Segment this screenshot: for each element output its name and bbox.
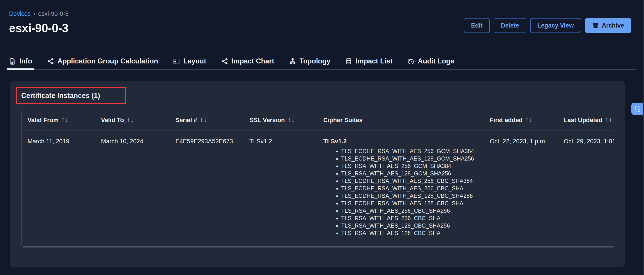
column-label: Valid From xyxy=(28,117,59,124)
cipher-suite-item: TLS_ECDHE_RSA_WITH_AES_128_GCM_SHA256 xyxy=(341,155,490,162)
column-header-last-updated[interactable]: Last Updated ↑↓ xyxy=(564,117,614,124)
sort-icon[interactable]: ↑↓ xyxy=(199,117,207,123)
table-row: March 11, 2019 March 10, 2024 E4E59E293A… xyxy=(22,130,614,248)
tab-label: Topology xyxy=(300,57,330,65)
tab-label: Audit Logs xyxy=(418,57,454,65)
column-header-valid-from[interactable]: Valid From ↑↓ xyxy=(22,117,101,124)
tab-topology[interactable]: Topology xyxy=(289,54,330,69)
cipher-suite-item: TLS_RSA_WITH_AES_256_GCM_SHA384 xyxy=(341,162,490,170)
action-buttons: Edit Delete Legacy View Archive xyxy=(464,18,631,33)
annotation-highlight: Certificate Instances (1) xyxy=(16,87,126,104)
edit-button[interactable]: Edit xyxy=(464,18,490,33)
cell-last-updated: Oct. 29, 2023, 1:01 xyxy=(564,138,614,145)
cipher-suite-item: TLS_RSA_WITH_AES_128_GCM_SHA256 xyxy=(341,170,490,177)
tab-label: Info xyxy=(20,57,32,65)
certificate-instances-table: Valid From ↑↓ Valid To ↑↓ Serial # ↑↓ SS… xyxy=(22,110,614,248)
column-label: First added xyxy=(490,117,523,124)
page-title: esxi-90-0-3 xyxy=(9,21,68,35)
table-list-icon xyxy=(345,58,352,65)
cipher-suite-item: TLS_ECDHE_RSA_WITH_AES_128_CBC_SHA xyxy=(341,200,490,207)
device-detail-page: { "colors": { "page_bg": "#11182a", "car… xyxy=(0,0,644,275)
sort-icon[interactable]: ↑↓ xyxy=(525,117,532,123)
column-label: SSL Version xyxy=(250,117,285,124)
column-header-ssl-version[interactable]: SSL Version ↑↓ xyxy=(250,117,323,124)
column-header-cipher-suites: Cipher Suites xyxy=(323,117,490,124)
tab-label: Layout xyxy=(183,57,206,65)
sort-icon[interactable]: ↑↓ xyxy=(126,117,134,123)
sort-icon[interactable]: ↑↓ xyxy=(61,117,68,123)
tab-application-group-calculation[interactable]: Application Group Calculation xyxy=(47,54,158,69)
tab-label: Impact Chart xyxy=(232,57,274,65)
breadcrumb-current: esxi-90-0-3 xyxy=(38,11,68,17)
archive-button[interactable]: Archive xyxy=(585,18,631,33)
cell-ssl-version: TLSv1.2 xyxy=(250,138,323,145)
column-header-serial[interactable]: Serial # ↑↓ xyxy=(176,117,250,124)
sort-icon[interactable]: ↑↓ xyxy=(604,117,612,123)
cipher-suite-item: TLS_RSA_WITH_AES_128_CBC_SHA256 xyxy=(341,222,490,229)
archive-icon xyxy=(592,22,599,29)
cipher-suite-item: TLS_ECDHE_RSA_WITH_AES_256_CBC_SHA384 xyxy=(341,177,490,185)
certificate-instances-card: Certificate Instances (1) Valid From ↑↓ … xyxy=(10,81,625,267)
breadcrumb: Devices › esxi-90-0-3 xyxy=(9,11,68,17)
tab-label: Application Group Calculation xyxy=(58,57,158,65)
breadcrumb-devices-link[interactable]: Devices xyxy=(9,11,31,17)
horizontal-scrollbar[interactable] xyxy=(22,246,613,247)
cell-cipher-suites: TLSv1.2 TLS_ECDHE_RSA_WITH_AES_256_GCM_S… xyxy=(323,138,490,237)
legacy-view-button[interactable]: Legacy View xyxy=(530,18,581,33)
tree-view-button[interactable] xyxy=(631,103,644,115)
cipher-suite-item: TLS_RSA_WITH_AES_256_CBC_SHA256 xyxy=(341,207,490,214)
tab-label: Impact List xyxy=(356,57,392,65)
cipher-suite-item: TLS_ECDHE_RSA_WITH_AES_256_GCM_SHA384 xyxy=(341,147,490,155)
breadcrumb-separator: › xyxy=(33,11,36,17)
tab-impact-chart[interactable]: Impact Chart xyxy=(221,54,274,69)
tab-impact-list[interactable]: Impact List xyxy=(345,54,392,69)
tab-info[interactable]: Info xyxy=(9,54,32,69)
history-icon xyxy=(408,58,414,65)
cell-valid-from: March 11, 2019 xyxy=(22,138,101,145)
cipher-suite-item: TLS_ECDHE_RSA_WITH_AES_256_CBC_SHA xyxy=(341,185,490,192)
cipher-suite-item: TLS_RSA_WITH_AES_256_CBC_SHA xyxy=(341,214,490,222)
table-header-row: Valid From ↑↓ Valid To ↑↓ Serial # ↑↓ SS… xyxy=(22,110,614,130)
share-nodes-icon xyxy=(221,58,228,65)
column-label: Cipher Suites xyxy=(323,117,362,124)
list-tree-icon xyxy=(634,105,641,112)
archive-button-label: Archive xyxy=(602,22,624,29)
sitemap-icon xyxy=(289,58,296,65)
section-title: Certificate Instances (1) xyxy=(17,92,100,100)
tabbar-divider xyxy=(9,69,636,70)
layout-icon xyxy=(173,58,180,65)
column-label: Valid To xyxy=(101,117,124,124)
column-header-first-added[interactable]: First added ↑↓ xyxy=(490,117,564,124)
sort-icon[interactable]: ↑↓ xyxy=(287,117,294,123)
cipher-suite-item: TLS_ECDHE_RSA_WITH_AES_128_CBC_SHA256 xyxy=(341,192,490,200)
tab-layout[interactable]: Layout xyxy=(173,54,206,69)
cell-valid-to: March 10, 2024 xyxy=(101,138,176,145)
cipher-suite-item: TLS_RSA_WITH_AES_128_CBC_SHA xyxy=(341,229,490,237)
cell-first-added: Oct. 22, 2023, 1 p.m. xyxy=(490,138,564,145)
cipher-suite-list: TLS_ECDHE_RSA_WITH_AES_256_GCM_SHA384TLS… xyxy=(323,147,490,237)
cell-serial: E4E59E293A52E673 xyxy=(176,138,250,145)
tab-audit-logs[interactable]: Audit Logs xyxy=(408,54,454,69)
file-icon xyxy=(9,58,16,65)
column-header-valid-to[interactable]: Valid To ↑↓ xyxy=(101,117,176,124)
vertical-scrollbar[interactable] xyxy=(643,0,644,275)
tab-bar: Info Application Group Calculation Layou… xyxy=(9,54,454,69)
delete-button[interactable]: Delete xyxy=(494,18,526,33)
column-label: Serial # xyxy=(176,117,197,124)
column-label: Last Updated xyxy=(564,117,602,124)
share-nodes-icon xyxy=(47,58,54,65)
cipher-protocol: TLSv1.2 xyxy=(323,138,490,145)
